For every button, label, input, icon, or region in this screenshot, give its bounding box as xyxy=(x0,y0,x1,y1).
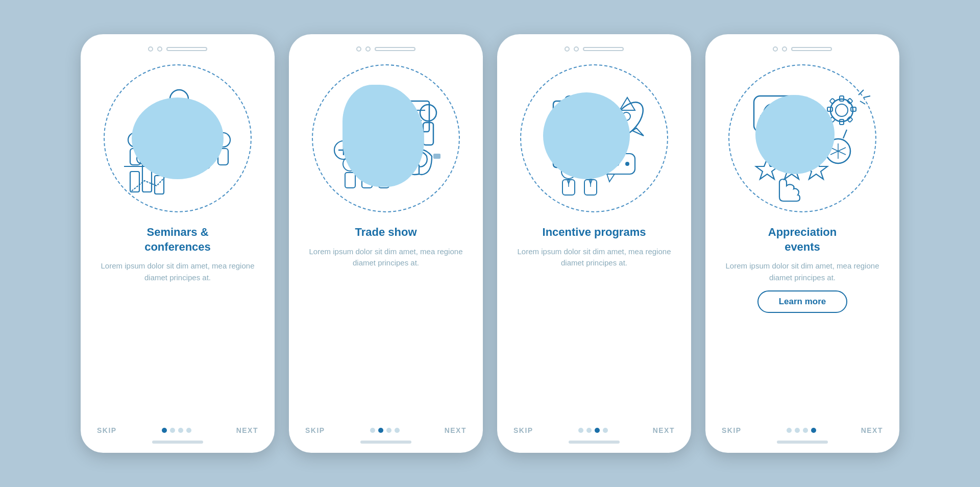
next-label-3[interactable]: NEXT xyxy=(653,426,675,434)
nav-dot-1[interactable] xyxy=(787,428,792,433)
skip-label-4[interactable]: SKIP xyxy=(722,426,742,434)
appreciation-bottom-nav: SKIP NEXT xyxy=(705,422,899,434)
blue-blob-3 xyxy=(543,92,630,179)
learn-more-button[interactable]: Learn more xyxy=(757,290,848,313)
nav-dot-4[interactable] xyxy=(395,428,400,433)
nav-dot-3[interactable] xyxy=(803,428,808,433)
tradeshow-bottom-nav: SKIP NEXT xyxy=(289,422,483,434)
phone-appreciation: Appreciationevents Lorem ipsum dolor sit… xyxy=(705,34,899,453)
appreciation-desc: Lorem ipsum dolor sit dim amet, mea regi… xyxy=(721,260,884,283)
next-label[interactable]: NEXT xyxy=(236,426,258,434)
phone-incentive: Incentive programs Lorem ipsum dolor sit… xyxy=(497,34,691,453)
nav-dot-2[interactable] xyxy=(378,428,383,433)
nav-dot-3[interactable] xyxy=(178,428,183,433)
svg-line-90 xyxy=(864,96,870,98)
appreciation-card-content: Appreciationevents Lorem ipsum dolor sit… xyxy=(705,225,899,422)
home-bar-4 xyxy=(777,441,828,444)
nav-dot-1[interactable] xyxy=(578,428,583,433)
home-bar-2 xyxy=(360,441,411,444)
phone-top-bar-3 xyxy=(565,46,624,52)
phone-tradeshow: Trade show Lorem ipsum dolor sit dim ame… xyxy=(289,34,483,453)
phone-seminars: Seminars &conferences Lorem ipsum dolor … xyxy=(81,34,275,453)
incentive-illustration xyxy=(512,57,676,220)
status-dot xyxy=(782,46,787,52)
nav-dot-4[interactable] xyxy=(186,428,191,433)
status-dot xyxy=(157,46,162,52)
status-line xyxy=(166,47,207,51)
status-dot xyxy=(148,46,153,52)
nav-dot-2[interactable] xyxy=(170,428,175,433)
blue-blob xyxy=(132,98,224,179)
phone-top-bar xyxy=(148,46,207,52)
nav-dot-4[interactable] xyxy=(811,428,816,433)
status-dot xyxy=(574,46,579,52)
phones-container: Seminars &conferences Lorem ipsum dolor … xyxy=(81,34,899,453)
status-dot xyxy=(365,46,371,52)
seminars-title: Seminars &conferences xyxy=(144,225,211,254)
home-bar xyxy=(152,441,203,444)
status-dot xyxy=(356,46,361,52)
status-line xyxy=(375,47,415,51)
phone-top-bar-2 xyxy=(356,46,415,52)
tradeshow-illustration xyxy=(304,57,468,220)
phone-top-bar-4 xyxy=(773,46,832,52)
nav-dot-1[interactable] xyxy=(162,428,167,433)
nav-dot-3[interactable] xyxy=(595,428,600,433)
nav-dot-2[interactable] xyxy=(795,428,800,433)
nav-dot-2[interactable] xyxy=(586,428,592,433)
skip-label-2[interactable]: SKIP xyxy=(305,426,325,434)
dots-row xyxy=(162,428,191,433)
tradeshow-title: Trade show xyxy=(355,225,416,240)
status-dot xyxy=(565,46,570,52)
status-line xyxy=(583,47,624,51)
nav-dot-1[interactable] xyxy=(370,428,375,433)
skip-label-3[interactable]: SKIP xyxy=(513,426,533,434)
blue-blob-4 xyxy=(755,95,835,174)
incentive-title: Incentive programs xyxy=(543,225,646,240)
tradeshow-desc: Lorem ipsum dolor sit dim amet, mea regi… xyxy=(304,246,468,269)
appreciation-illustration xyxy=(721,57,884,220)
incentive-bottom-nav: SKIP NEXT xyxy=(497,422,691,434)
seminars-illustration xyxy=(96,57,259,220)
tradeshow-card-content: Trade show Lorem ipsum dolor sit dim ame… xyxy=(289,225,483,422)
seminars-desc: Lorem ipsum dolor sit dim amet, mea regi… xyxy=(96,260,259,283)
dots-row-3 xyxy=(578,428,608,433)
next-label-4[interactable]: NEXT xyxy=(861,426,883,434)
skip-label[interactable]: SKIP xyxy=(97,426,117,434)
dots-row-4 xyxy=(787,428,816,433)
incentive-desc: Lorem ipsum dolor sit dim amet, mea regi… xyxy=(512,246,676,269)
nav-dot-3[interactable] xyxy=(386,428,391,433)
dots-row-2 xyxy=(370,428,400,433)
status-dot xyxy=(773,46,778,52)
nav-dot-4[interactable] xyxy=(603,428,608,433)
next-label-2[interactable]: NEXT xyxy=(445,426,467,434)
status-line xyxy=(791,47,832,51)
seminars-card-content: Seminars &conferences Lorem ipsum dolor … xyxy=(81,225,275,422)
appreciation-title: Appreciationevents xyxy=(768,225,837,254)
incentive-card-content: Incentive programs Lorem ipsum dolor sit… xyxy=(497,225,691,422)
home-bar-3 xyxy=(569,441,620,444)
seminars-bottom-nav: SKIP NEXT xyxy=(81,422,275,434)
